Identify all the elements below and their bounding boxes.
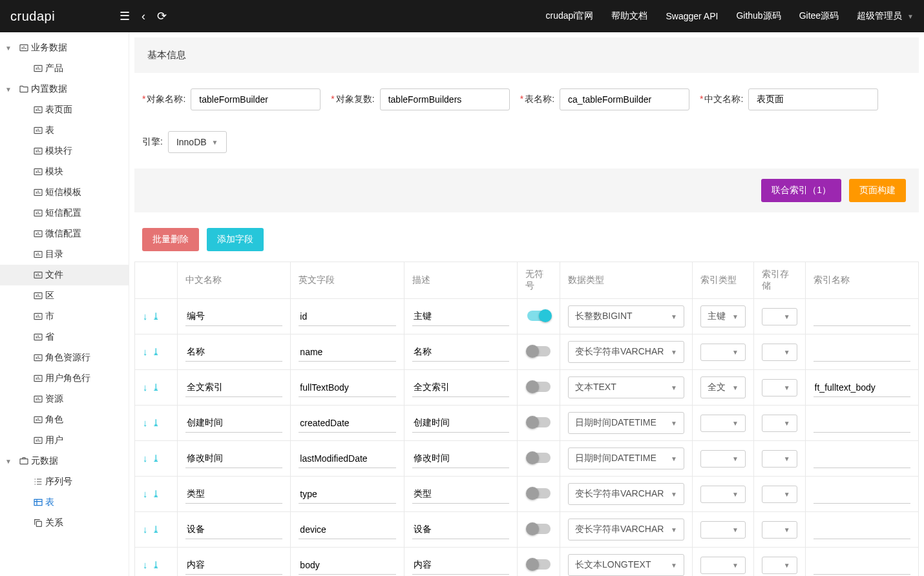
move-down-icon[interactable]: ↓ — [143, 524, 148, 535]
iname-input[interactable] — [814, 414, 910, 433]
refresh-icon[interactable]: ⟳ — [157, 9, 167, 23]
dtype-select[interactable]: 文本TEXT▼ — [568, 376, 684, 398]
en-field-input[interactable] — [299, 556, 395, 575]
unsigned-toggle[interactable] — [527, 453, 551, 463]
desc-input[interactable] — [412, 307, 509, 326]
move-down-icon[interactable]: ↓ — [143, 346, 148, 358]
sidebar-item[interactable]: 短信模板 — [0, 182, 129, 203]
move-down-icon[interactable]: ↓ — [143, 382, 148, 393]
move-bottom-icon[interactable]: ⤓ — [152, 559, 160, 571]
object-plural-input[interactable] — [380, 88, 510, 110]
nav-link[interactable]: Swagger API — [666, 11, 718, 21]
sidebar-item[interactable]: 表页面 — [0, 99, 129, 120]
admin-dropdown[interactable]: 超级管理员 ▼ — [857, 10, 914, 22]
sidebar-item[interactable]: 角色资源行 — [0, 347, 129, 368]
batch-delete-button[interactable]: 批量删除 — [142, 228, 199, 251]
unsigned-toggle[interactable] — [527, 559, 551, 570]
move-bottom-icon[interactable]: ⤓ — [152, 488, 160, 500]
sidebar-item[interactable]: 模块行 — [0, 141, 129, 161]
cn-name-input[interactable] — [185, 307, 282, 326]
itype-select[interactable]: ▼ — [700, 521, 746, 539]
en-field-input[interactable] — [299, 449, 395, 468]
istore-select[interactable]: ▼ — [762, 486, 797, 503]
sidebar-item[interactable]: 省 — [0, 327, 129, 347]
iname-input[interactable] — [814, 449, 910, 468]
sidebar-item[interactable]: 序列号 — [0, 471, 129, 492]
itype-select[interactable]: 全文▼ — [700, 376, 746, 398]
en-field-input[interactable] — [299, 414, 395, 433]
cn-name-input[interactable] — [185, 378, 282, 397]
menu-icon[interactable]: ☰ — [120, 9, 130, 23]
logo[interactable]: crudapi — [10, 9, 55, 24]
sidebar-item[interactable]: 关系 — [0, 513, 129, 533]
cn-name-input[interactable] — [185, 485, 282, 504]
unsigned-toggle[interactable] — [527, 382, 551, 392]
nav-link[interactable]: crudapi官网 — [546, 10, 594, 22]
union-index-button[interactable]: 联合索引（1） — [761, 179, 841, 202]
istore-select[interactable]: ▼ — [762, 344, 797, 361]
nav-link[interactable]: Gitee源码 — [799, 10, 839, 22]
sidebar-item[interactable]: 用户角色行 — [0, 368, 129, 389]
iname-input[interactable] — [814, 307, 910, 326]
cn-name-input[interactable] — [185, 520, 282, 539]
move-down-icon[interactable]: ↓ — [143, 311, 148, 322]
move-bottom-icon[interactable]: ⤓ — [152, 524, 160, 535]
sidebar-item[interactable]: 微信配置 — [0, 223, 129, 244]
move-bottom-icon[interactable]: ⤓ — [152, 382, 160, 393]
nav-link[interactable]: 帮助文档 — [611, 10, 647, 22]
sidebar-item[interactable]: 表 — [0, 120, 129, 141]
sidebar-item[interactable]: 文件 — [0, 265, 129, 285]
desc-input[interactable] — [412, 414, 509, 433]
move-bottom-icon[interactable]: ⤓ — [152, 453, 160, 464]
desc-input[interactable] — [412, 449, 509, 468]
dtype-select[interactable]: 变长字符串VARCHAR▼ — [568, 483, 684, 505]
en-field-input[interactable] — [299, 378, 395, 397]
desc-input[interactable] — [412, 378, 509, 397]
dtype-select[interactable]: 变长字符串VARCHAR▼ — [568, 341, 684, 363]
engine-select[interactable]: InnoDB ▼ — [168, 131, 227, 153]
object-name-input[interactable] — [191, 88, 320, 110]
iname-input[interactable] — [814, 520, 910, 539]
istore-select[interactable]: ▼ — [762, 521, 797, 539]
istore-select[interactable]: ▼ — [762, 557, 797, 574]
sidebar-item[interactable]: 模块 — [0, 161, 129, 182]
istore-select[interactable]: ▼ — [762, 379, 797, 396]
desc-input[interactable] — [412, 520, 509, 539]
istore-select[interactable]: ▼ — [762, 308, 797, 325]
cn-name-input[interactable] — [185, 414, 282, 433]
dtype-select[interactable]: 变长字符串VARCHAR▼ — [568, 519, 684, 540]
dtype-select[interactable]: 日期时间DATETIME▼ — [568, 447, 684, 469]
sidebar-item[interactable]: 市 — [0, 306, 129, 327]
move-down-icon[interactable]: ↓ — [143, 488, 148, 500]
move-down-icon[interactable]: ↓ — [143, 453, 148, 464]
move-bottom-icon[interactable]: ⤓ — [152, 346, 160, 358]
en-field-input[interactable] — [299, 343, 395, 362]
unsigned-toggle[interactable] — [527, 346, 551, 356]
iname-input[interactable] — [814, 343, 910, 362]
cn-name-input[interactable] — [185, 449, 282, 468]
dtype-select[interactable]: 日期时间DATETIME▼ — [568, 412, 684, 434]
desc-input[interactable] — [412, 556, 509, 575]
dtype-select[interactable]: 长文本LONGTEXT▼ — [568, 554, 684, 576]
sidebar-item[interactable]: 短信配置 — [0, 203, 129, 223]
sidebar-item[interactable]: 区 — [0, 285, 129, 306]
add-field-button[interactable]: 添加字段 — [207, 228, 264, 251]
unsigned-toggle[interactable] — [527, 311, 551, 321]
back-icon[interactable]: ‹ — [142, 10, 145, 23]
sidebar-group[interactable]: ▼内置数据 — [0, 79, 129, 99]
sidebar-item[interactable]: 目录 — [0, 244, 129, 265]
page-build-button[interactable]: 页面构建 — [849, 179, 906, 202]
unsigned-toggle[interactable] — [527, 417, 551, 427]
sidebar-item[interactable]: 资源 — [0, 389, 129, 409]
unsigned-toggle[interactable] — [527, 524, 551, 534]
sidebar-item[interactable]: 产品 — [0, 58, 129, 79]
cn-name-input[interactable] — [748, 88, 878, 110]
en-field-input[interactable] — [299, 307, 395, 326]
sidebar-item[interactable]: 角色 — [0, 409, 129, 430]
cn-name-input[interactable] — [185, 556, 282, 575]
iname-input[interactable] — [814, 556, 910, 575]
en-field-input[interactable] — [299, 520, 395, 539]
istore-select[interactable]: ▼ — [762, 415, 797, 432]
desc-input[interactable] — [412, 485, 509, 504]
table-name-input[interactable] — [560, 88, 689, 110]
